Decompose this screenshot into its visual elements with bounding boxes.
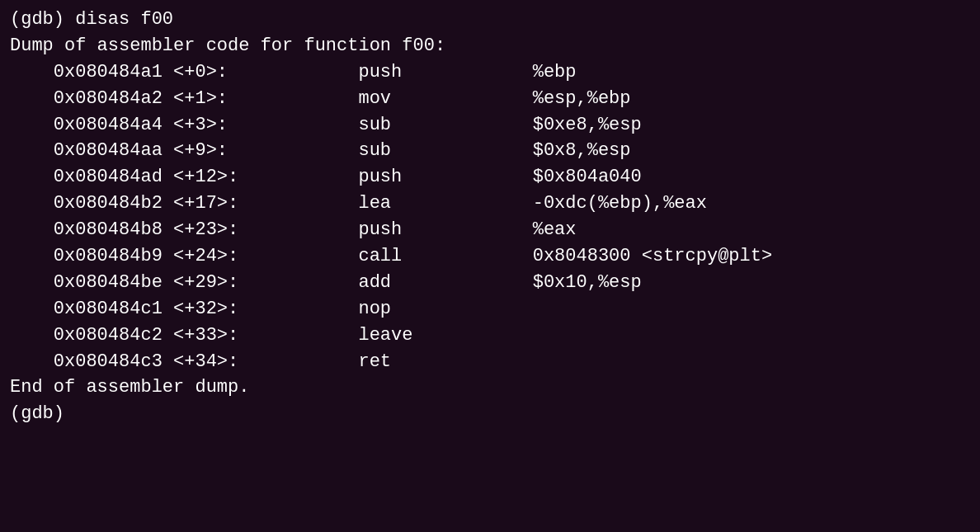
table-row: 0x080484b8 <+23>: push %eax <box>10 217 970 243</box>
table-row: 0x080484aa <+9>: sub $0x8,%esp <box>10 138 970 164</box>
instructions-list: 0x080484a1 <+0>: push %ebp 0x080484a2 <+… <box>10 59 970 375</box>
table-row: 0x080484a2 <+1>: mov %esp,%ebp <box>10 86 970 112</box>
terminal-window: (gdb) disas f00 Dump of assembler code f… <box>10 7 970 525</box>
table-row: 0x080484a4 <+3>: sub $0xe8,%esp <box>10 112 970 139</box>
table-row: 0x080484b9 <+24>: call 0x8048300 <strcpy… <box>10 243 970 270</box>
cursor-line[interactable]: (gdb) <box>10 401 970 427</box>
header-line: Dump of assembler code for function f00: <box>10 33 970 59</box>
table-row: 0x080484ad <+12>: push $0x804a040 <box>10 164 970 191</box>
table-row: 0x080484c2 <+33>: leave <box>10 322 970 349</box>
table-row: 0x080484c1 <+32>: nop <box>10 296 970 322</box>
prompt-line: (gdb) disas f00 <box>10 7 970 33</box>
table-row: 0x080484b2 <+17>: lea -0xdc(%ebp),%eax <box>10 191 970 217</box>
table-row: 0x080484a1 <+0>: push %ebp <box>10 59 970 86</box>
table-row: 0x080484be <+29>: add $0x10,%esp <box>10 270 970 296</box>
table-row: 0x080484c3 <+34>: ret <box>10 349 970 375</box>
footer-line: End of assembler dump. <box>10 374 970 401</box>
